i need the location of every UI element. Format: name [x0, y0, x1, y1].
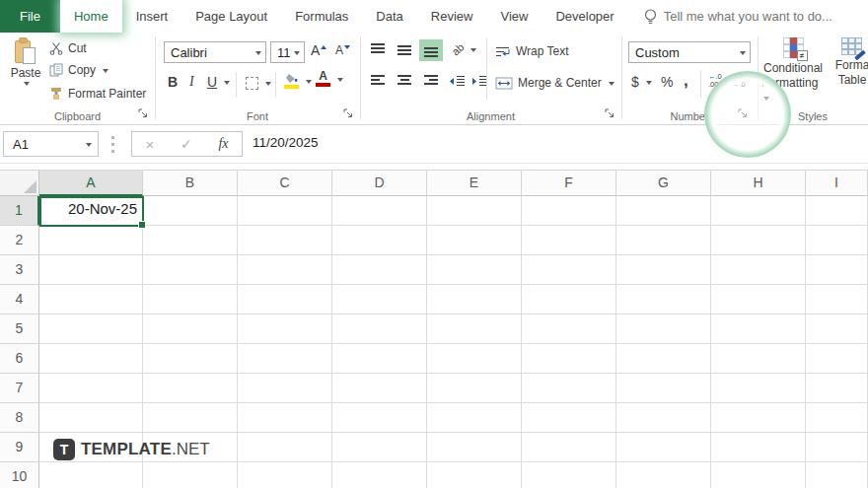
- cell[interactable]: [711, 433, 806, 462]
- cell[interactable]: [332, 433, 427, 462]
- decrease-decimal-button[interactable]: .00 →.0: [732, 73, 746, 89]
- column-header-D[interactable]: D: [332, 171, 427, 196]
- borders-button[interactable]: [246, 77, 271, 90]
- cell[interactable]: [238, 226, 332, 255]
- cell[interactable]: [616, 462, 711, 488]
- row-header-4[interactable]: 4: [0, 285, 39, 314]
- middle-align-button[interactable]: [393, 39, 416, 61]
- cell[interactable]: [522, 433, 616, 462]
- name-box[interactable]: A1: [3, 131, 99, 157]
- merge-center-button[interactable]: Merge & Center: [495, 76, 615, 90]
- italic-button[interactable]: I: [189, 74, 194, 90]
- cell[interactable]: [39, 344, 143, 374]
- cell[interactable]: [522, 255, 616, 285]
- cell[interactable]: [332, 226, 427, 255]
- cell[interactable]: [616, 255, 711, 285]
- conditional-formatting-button[interactable]: ≠ Conditional Formatting: [761, 37, 825, 105]
- align-right-button[interactable]: [419, 71, 443, 93]
- cell[interactable]: [238, 255, 332, 285]
- row-header-2[interactable]: 2: [0, 226, 39, 255]
- cell[interactable]: [39, 285, 143, 314]
- cell[interactable]: [427, 226, 522, 255]
- row-header-7[interactable]: 7: [0, 374, 39, 403]
- cell[interactable]: [332, 285, 427, 314]
- tab-formulas[interactable]: Formulas: [281, 0, 362, 33]
- cell[interactable]: [427, 255, 522, 285]
- cell[interactable]: [143, 403, 238, 433]
- top-align-button[interactable]: [366, 39, 390, 61]
- cell[interactable]: [711, 314, 806, 344]
- cell[interactable]: [806, 314, 868, 344]
- clipboard-dialog-launcher-icon[interactable]: [138, 108, 150, 120]
- cell[interactable]: [143, 255, 238, 285]
- align-center-button[interactable]: [393, 71, 416, 93]
- cell[interactable]: [39, 226, 143, 255]
- column-header-C[interactable]: C: [238, 171, 332, 196]
- copy-button[interactable]: Copy: [49, 63, 108, 77]
- cell[interactable]: [616, 344, 711, 374]
- cell[interactable]: [39, 462, 143, 488]
- row-header-6[interactable]: 6: [0, 344, 39, 374]
- cell[interactable]: [143, 226, 238, 255]
- bottom-align-button[interactable]: [419, 39, 443, 61]
- cell[interactable]: [238, 374, 332, 403]
- insert-function-icon[interactable]: fx: [218, 136, 228, 152]
- cell[interactable]: [806, 374, 868, 403]
- row-header-1[interactable]: 1: [0, 196, 39, 226]
- increase-decimal-button[interactable]: ←.0 .00: [708, 73, 722, 89]
- cell[interactable]: [427, 285, 522, 314]
- cell[interactable]: [39, 314, 143, 344]
- tab-insert[interactable]: Insert: [122, 0, 182, 33]
- row-header-3[interactable]: 3: [0, 255, 39, 285]
- column-header-E[interactable]: E: [427, 171, 522, 196]
- cell[interactable]: [616, 374, 711, 403]
- cell[interactable]: [39, 374, 143, 403]
- tab-data[interactable]: Data: [362, 0, 416, 33]
- cell[interactable]: [806, 433, 868, 462]
- cell[interactable]: [616, 433, 711, 462]
- cell[interactable]: [522, 344, 616, 374]
- cell[interactable]: [332, 462, 427, 488]
- cell[interactable]: [711, 403, 806, 433]
- column-header-H[interactable]: H: [711, 171, 806, 196]
- cell[interactable]: [143, 344, 238, 374]
- cell[interactable]: [522, 314, 616, 344]
- row-header-10[interactable]: 10: [0, 462, 39, 488]
- cell[interactable]: [806, 226, 868, 255]
- cell-A1[interactable]: 20-Nov-25: [39, 196, 143, 226]
- cell[interactable]: [806, 403, 868, 433]
- tab-developer[interactable]: Developer: [542, 0, 627, 33]
- column-header-F[interactable]: F: [522, 171, 616, 196]
- tab-file[interactable]: File: [0, 0, 60, 33]
- column-header-A[interactable]: A: [39, 171, 143, 196]
- cell[interactable]: [332, 374, 427, 403]
- cell[interactable]: [238, 314, 332, 344]
- cell[interactable]: [522, 462, 616, 488]
- format-painter-button[interactable]: Format Painter: [49, 87, 146, 101]
- cell[interactable]: [522, 374, 616, 403]
- column-header-I[interactable]: I: [806, 171, 868, 196]
- paste-button[interactable]: Paste: [4, 37, 47, 105]
- cell[interactable]: [522, 226, 616, 255]
- cell[interactable]: [616, 314, 711, 344]
- cell[interactable]: [616, 226, 711, 255]
- cell[interactable]: [806, 462, 868, 488]
- wrap-text-button[interactable]: Wrap Text: [495, 44, 569, 58]
- cell[interactable]: [39, 403, 143, 433]
- column-header-G[interactable]: G: [616, 171, 711, 196]
- cell[interactable]: [238, 285, 332, 314]
- format-as-table-button[interactable]: Forma Table: [831, 37, 868, 88]
- cell[interactable]: [616, 196, 711, 226]
- cell[interactable]: [427, 433, 522, 462]
- cell[interactable]: [427, 196, 522, 226]
- cell[interactable]: [711, 196, 806, 226]
- cell[interactable]: [238, 433, 332, 462]
- cell[interactable]: [238, 196, 332, 226]
- cell[interactable]: [806, 255, 868, 285]
- cell[interactable]: [427, 374, 522, 403]
- cell[interactable]: [39, 255, 143, 285]
- row-header-5[interactable]: 5: [0, 314, 39, 344]
- tab-home[interactable]: Home: [60, 0, 122, 33]
- column-header-B[interactable]: B: [143, 171, 238, 196]
- bold-button[interactable]: B: [168, 74, 178, 90]
